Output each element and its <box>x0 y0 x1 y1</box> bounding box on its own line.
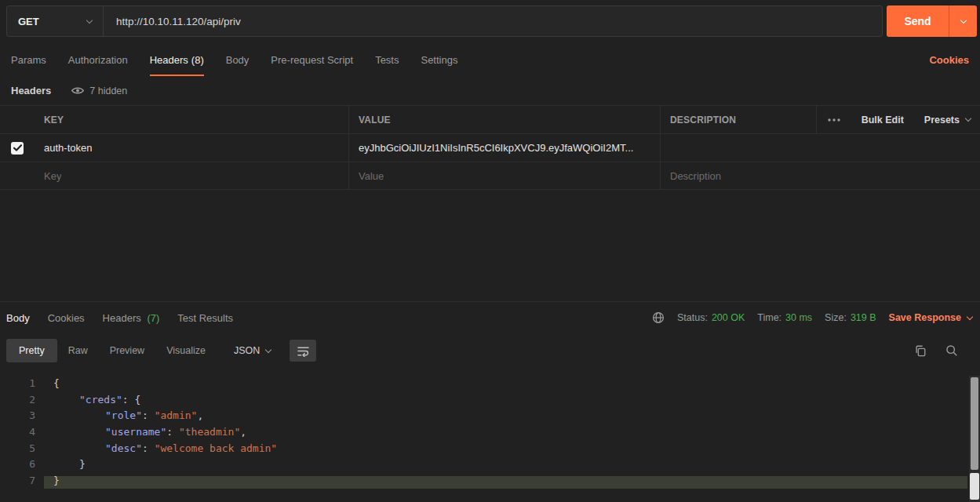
tab-headers-count: (8) <box>191 54 204 66</box>
postman-window: GET http://10.10.11.120/api/priv Send Pa… <box>0 0 980 502</box>
cookies-link[interactable]: Cookies <box>929 54 969 66</box>
method-dropdown[interactable]: GET <box>7 6 104 36</box>
description-placeholder-input[interactable]: Description <box>670 170 721 182</box>
send-button[interactable]: Send <box>887 5 949 37</box>
tab-pre-request-script[interactable]: Pre-request Script <box>271 44 353 76</box>
column-header-value: VALUE <box>359 115 391 126</box>
response-header: Body Cookies Headers (7) Test Results St… <box>0 302 980 333</box>
headers-table-header-row: KEY VALUE DESCRIPTION Bulk Edit Presets <box>0 105 980 133</box>
header-value-cell[interactable]: eyJhbGciOiJIUzI1NiIsInR5cCI6IkpXVCJ9.eyJ… <box>359 142 633 154</box>
copy-icon[interactable] <box>914 344 927 357</box>
value-placeholder-input[interactable]: Value <box>359 170 384 182</box>
column-header-key: KEY <box>44 115 64 126</box>
format-dropdown[interactable]: JSON <box>234 345 271 356</box>
line-content: "role": "admin", <box>35 408 203 424</box>
line-number: 7 <box>0 473 35 489</box>
response-body-code[interactable]: 1{2"creds": {3"role": "admin",4"username… <box>0 376 969 502</box>
line-number: 4 <box>0 424 35 441</box>
line-number: 6 <box>0 457 35 473</box>
size-badge: Size: 319 B <box>825 312 876 323</box>
response-tab-body[interactable]: Body <box>6 312 30 324</box>
url-builder: GET http://10.10.11.120/api/priv <box>6 5 883 37</box>
save-response-button[interactable]: Save Response <box>889 312 972 323</box>
time-badge: Time: 30 ms <box>757 312 812 323</box>
tab-body[interactable]: Body <box>226 44 250 76</box>
header-key-cell[interactable]: auth-token <box>44 142 92 154</box>
code-line: 2"creds": { <box>0 392 969 409</box>
line-number: 3 <box>0 408 35 424</box>
wrap-text-icon <box>297 345 310 357</box>
code-line: 3"role": "admin", <box>0 408 969 424</box>
tab-headers[interactable]: Headers (8) <box>150 44 204 76</box>
line-content: "username": "theadmin", <box>35 424 246 441</box>
chevron-down-icon <box>965 115 971 122</box>
tab-headers-label: Headers <box>150 54 188 66</box>
vertical-scrollbar[interactable] <box>969 376 980 502</box>
headers-table: KEY VALUE DESCRIPTION Bulk Edit Presets <box>0 105 980 190</box>
wrap-text-button[interactable] <box>290 340 316 362</box>
time-label: Time: <box>757 312 781 323</box>
more-options-icon[interactable] <box>827 118 841 122</box>
code-line: 5"desc": "welcome back admin" <box>0 441 969 457</box>
headers-title: Headers <box>11 85 51 96</box>
key-placeholder-input[interactable]: Key <box>44 170 61 182</box>
presets-label: Presets <box>924 115 960 126</box>
vertical-scrollbar-thumb[interactable] <box>971 377 978 470</box>
line-number: 1 <box>0 376 35 392</box>
view-raw-button[interactable]: Raw <box>57 339 99 362</box>
chevron-down-icon <box>967 313 973 319</box>
time-value: 30 ms <box>785 312 812 323</box>
code-line: 1{ <box>0 376 969 392</box>
size-label: Size: <box>825 312 847 323</box>
url-input[interactable]: http://10.10.11.120/api/priv <box>104 6 882 36</box>
hidden-headers-toggle[interactable]: 7 hidden <box>71 85 127 96</box>
status-value: 200 OK <box>712 312 745 323</box>
view-pretty-button[interactable]: Pretty <box>6 339 57 362</box>
send-options-button[interactable] <box>949 5 977 37</box>
code-line: 7} <box>0 473 969 489</box>
response-toolbar: Pretty Raw Preview Visualize JSON <box>0 333 980 368</box>
tab-tests[interactable]: Tests <box>375 44 399 76</box>
format-label: JSON <box>234 345 260 356</box>
scrollbar-corner[interactable] <box>970 473 979 500</box>
headers-subheader: Headers 7 hidden <box>0 76 980 105</box>
chevron-down-icon <box>960 16 966 23</box>
presets-dropdown[interactable]: Presets <box>924 115 971 126</box>
status-badge: Status: 200 OK <box>677 312 745 323</box>
size-value: 319 B <box>851 312 876 323</box>
response-panel: Body Cookies Headers (7) Test Results St… <box>0 301 980 502</box>
column-header-description: DESCRIPTION <box>670 115 736 126</box>
line-content: { <box>35 376 60 392</box>
response-tab-headers[interactable]: Headers (7) <box>103 312 160 324</box>
response-meta: Status: 200 OK Time: 30 ms Size: 319 B S… <box>652 311 974 324</box>
status-label: Status: <box>677 312 708 323</box>
header-check-column <box>0 106 35 133</box>
header-row-empty: Key Value Description <box>0 162 980 190</box>
response-tab-headers-count: (7) <box>147 312 159 324</box>
request-tabs: Params Authorization Headers (8) Body Pr… <box>0 44 980 76</box>
code-lines: 1{2"creds": {3"role": "admin",4"username… <box>0 376 969 489</box>
header-row-auth-token: auth-token eyJhbGciOiJIUzI1NiIsInR5cCI6I… <box>0 133 980 162</box>
line-content: } <box>35 457 86 473</box>
line-content: "desc": "welcome back admin" <box>35 441 277 457</box>
tab-settings[interactable]: Settings <box>421 44 457 76</box>
line-number: 5 <box>0 441 35 457</box>
tab-params[interactable]: Params <box>11 44 46 76</box>
search-icon[interactable] <box>945 344 958 357</box>
tab-authorization[interactable]: Authorization <box>68 44 128 76</box>
globe-icon <box>652 311 665 324</box>
code-line: 6} <box>0 457 969 473</box>
url-text: http://10.10.11.120/api/priv <box>116 16 241 27</box>
response-tab-cookies[interactable]: Cookies <box>48 312 85 324</box>
bulk-edit-button[interactable]: Bulk Edit <box>862 115 904 126</box>
method-label: GET <box>18 16 39 27</box>
row-checkbox[interactable] <box>11 142 24 155</box>
response-tab-test-results[interactable]: Test Results <box>177 312 233 324</box>
save-response-label: Save Response <box>889 312 961 323</box>
line-content: "creds": { <box>35 392 140 409</box>
code-line: 4"username": "theadmin", <box>0 424 969 441</box>
view-visualize-button[interactable]: Visualize <box>155 339 217 362</box>
line-content: } <box>35 473 60 489</box>
view-preview-button[interactable]: Preview <box>99 339 155 362</box>
hidden-headers-label: 7 hidden <box>89 85 127 96</box>
